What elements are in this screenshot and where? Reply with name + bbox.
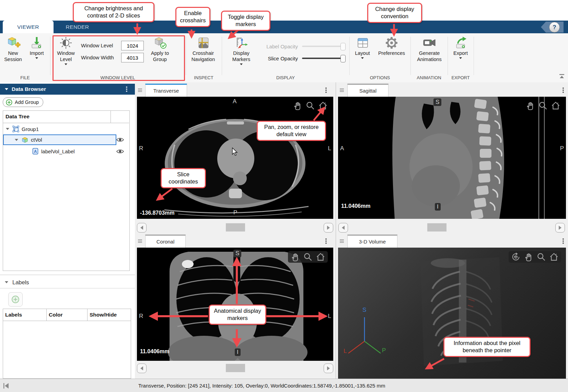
- tab-render[interactable]: RENDER: [56, 21, 99, 33]
- slice-opacity-slider-thumb[interactable]: [340, 55, 346, 62]
- coronal-marker-bottom: I: [235, 348, 241, 356]
- volume-viewport[interactable]: S L P: [338, 248, 566, 379]
- coronal-slice-scrollbar[interactable]: [135, 362, 336, 375]
- export-button[interactable]: Export: [450, 36, 472, 59]
- window-level-button[interactable]: Window Level: [54, 36, 78, 65]
- import-icon: [30, 36, 44, 50]
- zoom-magnifier-icon[interactable]: [538, 101, 548, 110]
- coronal-viewport[interactable]: S R L I 11.0406mm: [137, 248, 333, 361]
- data-browser-collapse-icon[interactable]: [5, 88, 8, 90]
- window-level-input[interactable]: [121, 41, 144, 50]
- slice-opacity-label: Slice Opacity: [259, 56, 298, 61]
- axis-l-label: L: [344, 348, 347, 355]
- crosshair-navigation-button[interactable]: Crosshair Navigation: [189, 36, 218, 62]
- help-button[interactable]: ?: [549, 22, 560, 33]
- transverse-grip-icon[interactable]: [138, 88, 142, 89]
- export-dropdown-arrow-icon: [459, 57, 462, 59]
- apply-to-group-button[interactable]: Apply to Group: [148, 36, 172, 62]
- add-group-button[interactable]: Add Group: [3, 97, 43, 107]
- sagittal-scroll-left-button[interactable]: [338, 223, 348, 233]
- zoom-magnifier-icon[interactable]: [303, 252, 313, 262]
- labels-table: Labels Color Show/Hide: [3, 309, 131, 379]
- home-restore-view-icon[interactable]: [316, 252, 325, 262]
- zoom-magnifier-icon[interactable]: [536, 252, 546, 262]
- coronal-tab-label: Coronal: [157, 239, 175, 245]
- home-restore-view-icon[interactable]: [551, 101, 560, 110]
- coronal-ct-image: [137, 248, 333, 361]
- labelvol-visibility-eye-icon[interactable]: [116, 149, 124, 154]
- coronal-marker-top: S: [233, 250, 241, 257]
- tree-row-labelvol[interactable]: A labelVol_Label: [3, 146, 129, 157]
- home-restore-view-icon[interactable]: [549, 252, 559, 262]
- transverse-viewport[interactable]: A R L P -136.8703mm: [137, 97, 333, 219]
- new-session-button[interactable]: New Session: [2, 36, 24, 62]
- viewport-vertical-divider[interactable]: [336, 82, 336, 379]
- coronal-grip-icon[interactable]: [138, 239, 142, 240]
- coronal-marker-right: L: [328, 313, 331, 320]
- data-browser-header[interactable]: Data Browser: [0, 84, 135, 95]
- window-level-dropdown-arrow-icon: [65, 63, 67, 65]
- pan-hand-icon[interactable]: [524, 252, 533, 262]
- transverse-marker-left: R: [139, 145, 143, 152]
- volume-menu-icon[interactable]: [563, 240, 564, 242]
- preferences-button[interactable]: Preferences: [375, 36, 408, 56]
- labels-title: Labels: [12, 279, 29, 286]
- coronal-tab[interactable]: Coronal: [145, 235, 186, 248]
- ribbon-separator: [50, 37, 50, 75]
- pan-hand-icon[interactable]: [290, 252, 300, 262]
- collapse-panel-icon[interactable]: [3, 383, 10, 389]
- sagittal-viewport[interactable]: S A P I 11.0406mm: [338, 97, 566, 219]
- layout-button[interactable]: Layout: [352, 36, 373, 59]
- sagittal-menu-icon[interactable]: [563, 90, 564, 91]
- transverse-scroll-right-button[interactable]: [324, 223, 333, 233]
- transverse-slice-scrollbar[interactable]: [135, 222, 336, 234]
- group1-expand-icon[interactable]: [6, 128, 9, 130]
- tree-row-group1[interactable]: Group1: [3, 123, 129, 134]
- tree-row-ctvol[interactable]: ctVol: [3, 134, 129, 145]
- data-browser-menu-icon[interactable]: [126, 88, 127, 90]
- coronal-scroll-left-button[interactable]: [137, 364, 147, 373]
- minimize-ribbon-icon[interactable]: [559, 74, 565, 79]
- volume-tab[interactable]: 3-D Volume: [347, 235, 397, 248]
- window-width-input[interactable]: [121, 53, 144, 62]
- sagittal-tab[interactable]: Sagittal: [347, 84, 389, 97]
- sagittal-scroll-thumb[interactable]: [427, 223, 447, 231]
- coronal-scroll-thumb[interactable]: [226, 364, 245, 372]
- ctvol-visibility-eye-icon[interactable]: [116, 137, 124, 142]
- add-label-button[interactable]: [8, 292, 23, 307]
- rotate-3d-icon[interactable]: [511, 252, 521, 262]
- zoom-magnifier-icon[interactable]: [305, 101, 315, 110]
- label-opacity-label: Label Opacity: [259, 44, 298, 49]
- transverse-menu-icon[interactable]: [325, 90, 327, 91]
- volume-grip-icon[interactable]: [340, 239, 344, 240]
- sagittal-marker-bottom: I: [435, 203, 441, 211]
- coronal-scroll-right-button[interactable]: [324, 364, 333, 373]
- transverse-tab[interactable]: Transverse: [145, 84, 187, 97]
- home-restore-view-icon[interactable]: [318, 101, 328, 110]
- callout-brightness: Change brightness and contrast of 2-D sl…: [73, 2, 154, 22]
- import-dropdown-arrow-icon: [35, 57, 38, 59]
- pan-hand-icon[interactable]: [525, 101, 535, 110]
- labels-col-labels: Labels: [3, 309, 46, 321]
- sagittal-slice-scrollbar[interactable]: [336, 222, 568, 234]
- preferences-label: Preferences: [378, 50, 405, 56]
- transverse-scroll-thumb[interactable]: [226, 223, 245, 231]
- display-markers-button[interactable]: Display Markers: [227, 36, 256, 65]
- export-icon: [454, 36, 467, 50]
- group-icon: [12, 126, 19, 132]
- sagittal-scroll-right-button[interactable]: [555, 223, 565, 233]
- coronal-menu-icon[interactable]: [325, 240, 327, 242]
- window-level-icon: [59, 36, 73, 50]
- import-button[interactable]: Import: [26, 36, 47, 59]
- slice-opacity-slider[interactable]: [302, 58, 345, 59]
- coronal-view-tools: [288, 251, 328, 263]
- generate-animations-button[interactable]: Generate Animations: [413, 36, 445, 62]
- labels-section-header[interactable]: Labels: [0, 276, 135, 288]
- tab-viewer[interactable]: VIEWER: [3, 21, 54, 33]
- ctvol-expand-icon[interactable]: [15, 139, 18, 141]
- add-group-plus-icon: [6, 99, 12, 106]
- transverse-scroll-left-button[interactable]: [137, 223, 147, 233]
- pan-hand-icon[interactable]: [293, 101, 302, 110]
- labels-collapse-icon[interactable]: [5, 281, 8, 283]
- sagittal-grip-icon[interactable]: [340, 88, 344, 89]
